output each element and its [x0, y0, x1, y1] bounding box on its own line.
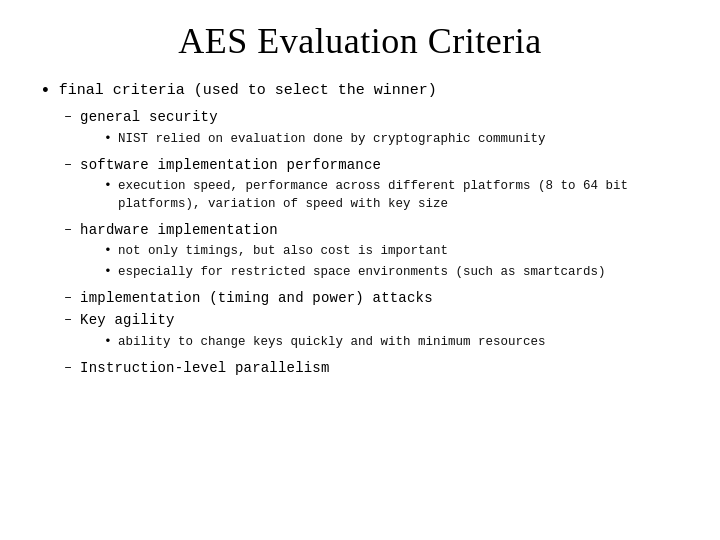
list-item: • not only timings, but also cost is imp…	[104, 242, 605, 261]
section-3-bullets: • not only timings, but also cost is imp…	[104, 242, 605, 282]
section-1-content: general security • NIST relied on evalua…	[80, 107, 545, 152]
section-3-bullet-1: not only timings, but also cost is impor…	[118, 242, 448, 260]
dash-icon-2: –	[64, 155, 72, 175]
main-point: • final criteria (used to select the win…	[40, 80, 680, 103]
list-item: • especially for restricted space enviro…	[104, 263, 605, 282]
sub-bullet-icon: •	[104, 130, 112, 149]
main-point-text: final criteria (used to select the winne…	[59, 80, 437, 102]
section-2-content: software implementation performance • ex…	[80, 155, 680, 218]
section-1-bullet-1: NIST relied on evaluation done by crypto…	[118, 130, 546, 148]
section-4-heading: implementation (timing and power) attack…	[80, 288, 433, 308]
section-1-heading: general security	[80, 109, 218, 125]
section-1-bullets: • NIST relied on evaluation done by cryp…	[104, 130, 545, 149]
sub-bullet-icon: •	[104, 333, 112, 352]
slide: AES Evaluation Criteria • final criteria…	[0, 0, 720, 540]
section-2: – software implementation performance • …	[64, 155, 680, 218]
section-3-bullet-2: especially for restricted space environm…	[118, 263, 606, 281]
content-area: • final criteria (used to select the win…	[40, 80, 680, 382]
section-3-content: hardware implementation • not only timin…	[80, 220, 605, 286]
list-item: • execution speed, performance across di…	[104, 177, 680, 213]
section-3: – hardware implementation • not only tim…	[64, 220, 680, 286]
bullet-icon: •	[40, 80, 51, 103]
section-3-heading: hardware implementation	[80, 222, 278, 238]
section-5-content: Key agility • ability to change keys qui…	[80, 310, 545, 355]
section-2-heading: software implementation performance	[80, 157, 381, 173]
dash-icon-5: –	[64, 310, 72, 330]
section-5-bullet-1: ability to change keys quickly and with …	[118, 333, 546, 351]
section-4: – implementation (timing and power) atta…	[64, 288, 680, 308]
section-1: – general security • NIST relied on eval…	[64, 107, 680, 152]
slide-title: AES Evaluation Criteria	[40, 20, 680, 62]
sub-bullet-icon: •	[104, 242, 112, 261]
dash-icon-1: –	[64, 107, 72, 127]
dash-icon-6: –	[64, 358, 72, 378]
dash-icon-3: –	[64, 220, 72, 240]
section-2-bullets: • execution speed, performance across di…	[104, 177, 680, 213]
dash-icon-4: –	[64, 288, 72, 308]
sub-bullet-icon: •	[104, 177, 112, 196]
sections-list: – general security • NIST relied on eval…	[64, 107, 680, 377]
list-item: • ability to change keys quickly and wit…	[104, 333, 545, 352]
list-item: • NIST relied on evaluation done by cryp…	[104, 130, 545, 149]
section-5-heading: Key agility	[80, 312, 175, 328]
section-2-bullet-1: execution speed, performance across diff…	[118, 177, 680, 213]
section-5: – Key agility • ability to change keys q…	[64, 310, 680, 355]
sub-bullet-icon: •	[104, 263, 112, 282]
section-6: – Instruction-level parallelism	[64, 358, 680, 378]
section-6-heading: Instruction-level parallelism	[80, 358, 329, 378]
section-5-bullets: • ability to change keys quickly and wit…	[104, 333, 545, 352]
